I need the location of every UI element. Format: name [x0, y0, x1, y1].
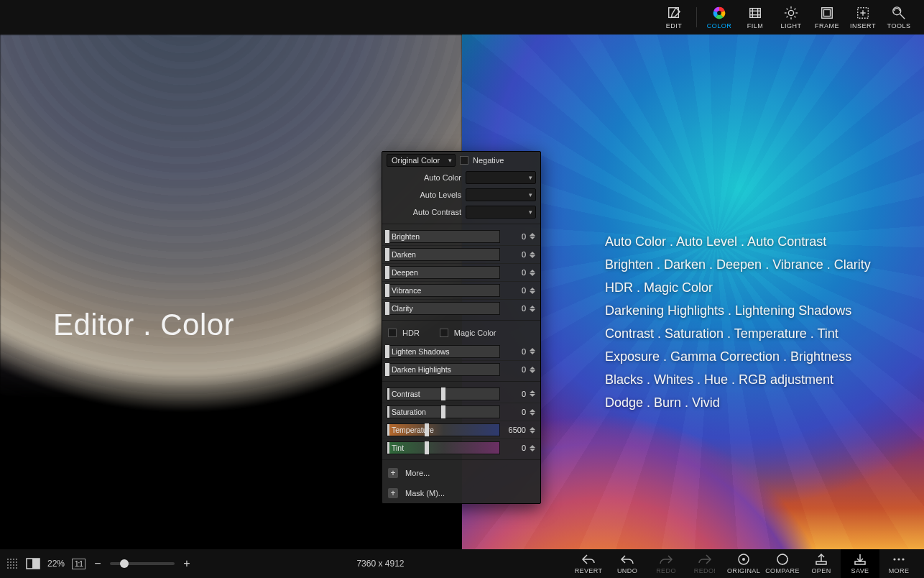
slider-handle[interactable]: [385, 345, 389, 358]
slider-darken[interactable]: Darken: [387, 248, 500, 261]
slider-lighten-shadows[interactable]: Lighten Shadows: [387, 345, 500, 358]
slider-handle[interactable]: [385, 266, 389, 279]
bottom-open-button[interactable]: OPEN: [802, 549, 841, 578]
slider-handle[interactable]: [385, 284, 389, 297]
top-frame[interactable]: FRAME: [809, 6, 845, 29]
slider-value[interactable]: 6500: [503, 426, 526, 434]
more-row[interactable]: + More...: [382, 463, 540, 483]
mask-row[interactable]: + Mask (M)...: [382, 483, 540, 503]
top-label: INSERT: [850, 22, 876, 29]
stepper[interactable]: [529, 390, 536, 397]
canvas-area[interactable]: Editor . Color Auto Color . Auto Level .…: [0, 35, 924, 549]
slider-value[interactable]: 0: [503, 250, 526, 259]
zoom-1-1[interactable]: 1:1: [72, 559, 86, 569]
stepper-up-icon[interactable]: [530, 390, 535, 393]
stepper[interactable]: [529, 288, 536, 294]
stepper-down-icon[interactable]: [530, 431, 535, 434]
slider-clarity[interactable]: Clarity: [387, 302, 500, 315]
slider-handle[interactable]: [441, 387, 445, 400]
bottom-undo-button[interactable]: UNDO: [608, 549, 647, 578]
stepper-down-icon[interactable]: [530, 291, 535, 294]
stepper-up-icon[interactable]: [530, 270, 535, 272]
slider-saturation[interactable]: Saturation: [387, 405, 500, 418]
stepper-up-icon[interactable]: [530, 427, 535, 430]
auto-color-select[interactable]: [466, 171, 536, 184]
stepper-up-icon[interactable]: [530, 306, 535, 308]
slider-darken-highlights[interactable]: Darken Highlights: [387, 363, 500, 376]
auto-levels-select[interactable]: [466, 188, 536, 201]
stepper-down-icon[interactable]: [530, 394, 535, 397]
grid-icon[interactable]: [6, 557, 19, 570]
stepper-down-icon[interactable]: [530, 370, 535, 373]
slider-vibrance[interactable]: Vibrance: [387, 284, 500, 297]
color-mode-select[interactable]: Original Color: [387, 154, 456, 167]
slider-value[interactable]: 0: [503, 444, 526, 452]
slider-contrast[interactable]: Contrast: [387, 387, 500, 400]
negative-checkbox[interactable]: [460, 156, 468, 165]
bottom-save-button[interactable]: SAVE: [841, 549, 879, 578]
slider-deepen[interactable]: Deepen: [387, 266, 500, 279]
slider-brighten[interactable]: Brighten: [387, 230, 500, 243]
slider-handle[interactable]: [385, 248, 389, 261]
stepper[interactable]: [529, 367, 536, 373]
stepper-down-icon[interactable]: [530, 273, 535, 276]
bottom-revert-button[interactable]: REVERT: [569, 549, 608, 578]
zoom-percent[interactable]: 22%: [47, 559, 65, 569]
top-tools[interactable]: TOOLS: [881, 6, 917, 29]
slider-value[interactable]: 0: [503, 232, 526, 241]
zoom-out-button[interactable]: −: [93, 557, 103, 570]
magic-color-checkbox[interactable]: [440, 329, 448, 337]
top-light[interactable]: LIGHT: [773, 6, 809, 29]
stepper[interactable]: [529, 409, 536, 416]
slider-handle[interactable]: [441, 405, 445, 418]
bottom-compare-button[interactable]: COMPARE: [763, 549, 802, 578]
stepper-up-icon[interactable]: [530, 288, 535, 290]
stepper-down-icon[interactable]: [530, 309, 535, 312]
stepper[interactable]: [529, 233, 536, 239]
stepper-up-icon[interactable]: [530, 367, 535, 370]
slider-value[interactable]: 0: [503, 408, 526, 416]
stepper-down-icon[interactable]: [530, 352, 535, 354]
stepper-down-icon[interactable]: [530, 449, 535, 451]
stepper[interactable]: [529, 270, 536, 276]
stepper-down-icon[interactable]: [530, 413, 535, 416]
auto-contrast-select[interactable]: [466, 206, 536, 219]
slider-value[interactable]: 0: [503, 365, 526, 374]
slider-value[interactable]: 0: [503, 268, 526, 277]
stepper[interactable]: [529, 252, 536, 258]
stepper[interactable]: [529, 427, 536, 434]
stepper-up-icon[interactable]: [530, 252, 535, 254]
stepper[interactable]: [529, 348, 536, 354]
slider-value[interactable]: 0: [503, 347, 526, 356]
hdr-checkbox[interactable]: [388, 329, 397, 337]
slider-value[interactable]: 0: [503, 286, 526, 295]
bottom-original-button[interactable]: ORIGINAL: [724, 549, 763, 578]
top-color[interactable]: COLOR: [701, 6, 737, 29]
slider-handle[interactable]: [385, 302, 389, 315]
stepper-down-icon[interactable]: [530, 237, 535, 239]
stepper-up-icon[interactable]: [530, 233, 535, 236]
zoom-slider-thumb[interactable]: [120, 559, 129, 568]
slider-handle[interactable]: [425, 423, 429, 436]
stepper-down-icon[interactable]: [530, 255, 535, 258]
stepper[interactable]: [529, 306, 536, 312]
slider-value[interactable]: 0: [503, 390, 526, 398]
slider-tint[interactable]: Tint: [387, 441, 500, 454]
slider-handle[interactable]: [385, 230, 389, 243]
top-edit[interactable]: EDIT: [656, 6, 692, 29]
slider-handle[interactable]: [425, 441, 429, 454]
top-insert[interactable]: INSERT: [845, 6, 881, 29]
stepper-up-icon[interactable]: [530, 348, 535, 351]
top-film[interactable]: FILM: [737, 6, 773, 29]
color-mode-select-el[interactable]: Original Color: [387, 154, 456, 167]
fit-screen-icon[interactable]: [26, 558, 40, 569]
bottom-more-button[interactable]: MORE: [879, 549, 918, 578]
stepper-up-icon[interactable]: [530, 445, 535, 448]
zoom-slider[interactable]: [110, 562, 175, 565]
stepper[interactable]: [529, 445, 536, 451]
slider-handle[interactable]: [385, 363, 389, 376]
zoom-in-button[interactable]: +: [182, 557, 192, 570]
slider-temperature[interactable]: Temperature: [387, 423, 500, 436]
stepper-up-icon[interactable]: [530, 409, 535, 412]
slider-value[interactable]: 0: [503, 304, 526, 313]
